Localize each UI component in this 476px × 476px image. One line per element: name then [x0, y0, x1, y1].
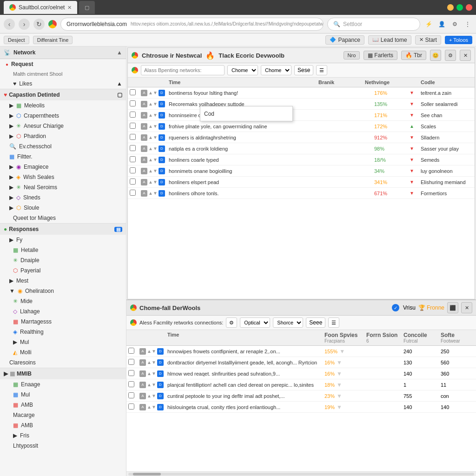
row-check[interactable]	[128, 155, 139, 165]
row-checkbox[interactable]	[128, 392, 134, 398]
row-checkbox[interactable]	[128, 359, 134, 365]
lead-tome-btn[interactable]: 📖 Lead tome	[368, 35, 411, 45]
bottom-seee-btn[interactable]: Seee	[306, 317, 325, 328]
sidebar-item-meleolis[interactable]: ▶ ▦ Meleolis	[0, 100, 126, 111]
row-checkbox[interactable]	[130, 190, 136, 196]
sidebar-item-slneds[interactable]: ▶ ◇ Slneds	[0, 192, 126, 203]
sidebar-amb2[interactable]: ▦ AMB	[0, 420, 126, 430]
sidebar-item-filtter[interactable]: ▦ Filtter.	[0, 152, 126, 162]
collapse-network-icon[interactable]: ▲	[117, 49, 122, 56]
sidebar-likes[interactable]: ♥ Likes ▲	[0, 79, 126, 89]
header-nethvinge-label[interactable]: Nethvinge	[363, 78, 419, 87]
top-filter-input[interactable]	[141, 65, 225, 75]
sidebar-item-neal[interactable]: ▶ ✳ Neal Seroims	[0, 182, 126, 192]
row-checkbox[interactable]	[130, 123, 136, 129]
sidebar-oheliratoon[interactable]: ▼ ◉ Oheliratoon	[0, 286, 126, 296]
extensions-icon[interactable]: ⚡	[424, 20, 433, 29]
top-filter-dropdown[interactable]: Chome	[227, 65, 258, 75]
header-brand[interactable]: Branik	[317, 78, 354, 87]
close-btn[interactable]	[466, 4, 472, 11]
row-check[interactable]	[126, 358, 138, 367]
row-checkbox[interactable]	[130, 145, 136, 151]
sidebar-mul[interactable]: ▶ Mul	[0, 337, 126, 347]
top-filter-menu-btn[interactable]: ☰	[316, 65, 327, 75]
table-row[interactable]: A ▲▼ D honliners olhore tonls. 671% ▼ Fo…	[128, 188, 475, 199]
sidebar-item-emagiece[interactable]: ▶ ◉ Emagiece	[0, 162, 126, 172]
profile-icon[interactable]: 👤	[437, 20, 446, 29]
sidebar-item-craperntheets[interactable]: ▶ ⬡ Craperntheets	[0, 111, 126, 121]
sidebar-item-wish-seales[interactable]: ▶ ◈ Wish Seales	[0, 172, 126, 182]
row-check[interactable]	[128, 178, 139, 187]
desject-btn[interactable]: Desject	[4, 36, 29, 44]
row-check[interactable]	[128, 166, 139, 176]
scrollbar-thumb[interactable]	[133, 473, 161, 476]
table-row[interactable]: A ▲▼ D honninseirre of cone neyees, ses …	[128, 110, 475, 121]
capastion-expand-icon[interactable]: ▢	[117, 92, 122, 98]
row-checkbox[interactable]	[130, 89, 136, 95]
row-check[interactable]	[128, 122, 139, 131]
table-row[interactable]: A ▲▼ D dontbractior dirtyemel lnstalllyi…	[126, 357, 476, 368]
row-checkbox[interactable]	[128, 403, 134, 410]
row-check[interactable]	[126, 403, 138, 412]
table-row[interactable]: A ▲▼ D Recoremaks yoilhadepey suttode 13…	[128, 99, 475, 110]
row-check[interactable]	[128, 144, 139, 153]
table-row[interactable]: A ▲▼ D rqueners is aldintaghrshetring 91…	[128, 132, 475, 143]
emoji-btn[interactable]: 😊	[430, 50, 441, 61]
top-sese-btn[interactable]: Sese	[294, 65, 313, 75]
tab-active[interactable]: Saultbol.cor/oelnet ✕	[4, 1, 77, 14]
header-codle[interactable]: Codle	[419, 78, 475, 87]
differaint-tine-btn[interactable]: Differaint Tine	[33, 36, 73, 44]
tab-close-icon[interactable]: ✕	[67, 5, 72, 11]
sidebar-claresoins[interactable]: Claresoins	[0, 357, 126, 368]
table-row[interactable]: A ▲▼ D frohive plnate yole, can gowerrni…	[128, 121, 475, 132]
back-btn[interactable]: ‹	[4, 19, 15, 30]
bottom-close-btn[interactable]: ✕	[461, 302, 472, 313]
sidebar-molli[interactable]: ◭ Molli	[0, 347, 126, 357]
menu-icon[interactable]: ⋮	[463, 20, 472, 29]
row-check[interactable]	[126, 380, 138, 390]
row-checkbox[interactable]	[128, 381, 134, 387]
row-check[interactable]	[128, 189, 139, 198]
search-box[interactable]: 🔍 Settloor	[327, 18, 420, 31]
table-row[interactable]: A ▲▼ D cuntiral peptoole to your ing def…	[126, 390, 476, 402]
sidebar-realthing[interactable]: ◈ Realthing	[0, 327, 126, 337]
capastion-header[interactable]: ♥ Capastion Detinted ▢	[0, 89, 126, 100]
tbr-btn[interactable]: 🔥 Tbr	[401, 51, 426, 60]
bottom-filter-shorce[interactable]: Shorce	[273, 317, 303, 328]
sidebar-llahage[interactable]: ◇ Llahage	[0, 306, 126, 317]
sidebar-dnaiple[interactable]: ✳ Dnaiple	[0, 255, 126, 265]
sidebar-item-phardion[interactable]: ▶ ⬡ Phardion	[0, 131, 126, 141]
row-checkbox[interactable]	[130, 156, 136, 162]
sidebar-lhtyposslt[interactable]: Lhtyposslt	[0, 441, 126, 451]
sidebar-marrtagesss[interactable]: ▦ Marrtagesss	[0, 317, 126, 327]
row-check[interactable]	[128, 88, 139, 98]
sidebar-enaage[interactable]: ▦ Enaage	[0, 379, 126, 390]
bottom-filter-optical[interactable]: Optical	[240, 317, 270, 328]
table-row[interactable]: A ▲▼ D honnimets onane bogioilling 34% ▼…	[128, 165, 475, 177]
sidebar-mest[interactable]: ▶ Mest	[0, 276, 126, 286]
row-check[interactable]	[128, 111, 139, 120]
sidebar-mul2[interactable]: ▦ Mul	[0, 390, 126, 400]
bottom-filter-settings-btn[interactable]: ⚙	[226, 317, 237, 328]
sidebar-macarge[interactable]: Macarge	[0, 410, 126, 420]
sidebar-request[interactable]: ● Request	[0, 59, 126, 69]
table-row[interactable]: A ▲▼ D bontinerss foyour lslting thang! …	[128, 87, 475, 99]
sidebar-mide[interactable]: ✳ Mide	[0, 296, 126, 306]
network-section-header[interactable]: 📡 Network ▲	[0, 46, 126, 59]
settings-icon[interactable]: ⚙	[450, 20, 459, 29]
row-checkbox[interactable]	[128, 348, 134, 354]
sidebar-item-queet[interactable]: Queet tor Miages	[0, 213, 126, 223]
sidebar-item-evchesschol[interactable]: 🔍 Ev.chesschol	[0, 141, 126, 152]
row-check[interactable]	[128, 133, 139, 142]
bottom-scrollbar-h[interactable]	[126, 471, 476, 476]
start-btn[interactable]: ✕ Start	[415, 35, 441, 45]
table-row[interactable]: A ▲▼ D hiislouingeta crual, conity rtles…	[126, 402, 476, 413]
responses-header[interactable]: ● Responses ▤	[0, 223, 126, 235]
table-row[interactable]: A ▲▼ D hlmow wed reaqet. slnfirurities p…	[126, 368, 476, 379]
row-checkbox[interactable]	[130, 100, 136, 106]
row-checkbox[interactable]	[130, 178, 136, 185]
settings-devtools-btn[interactable]: ⚙	[445, 50, 456, 61]
sidebar-item-anesur[interactable]: ▶ ✳ Anesur Chiarige	[0, 121, 126, 131]
minimize-btn[interactable]	[447, 4, 454, 11]
sidebar-hetalle[interactable]: ▦ Hetalle	[0, 245, 126, 255]
